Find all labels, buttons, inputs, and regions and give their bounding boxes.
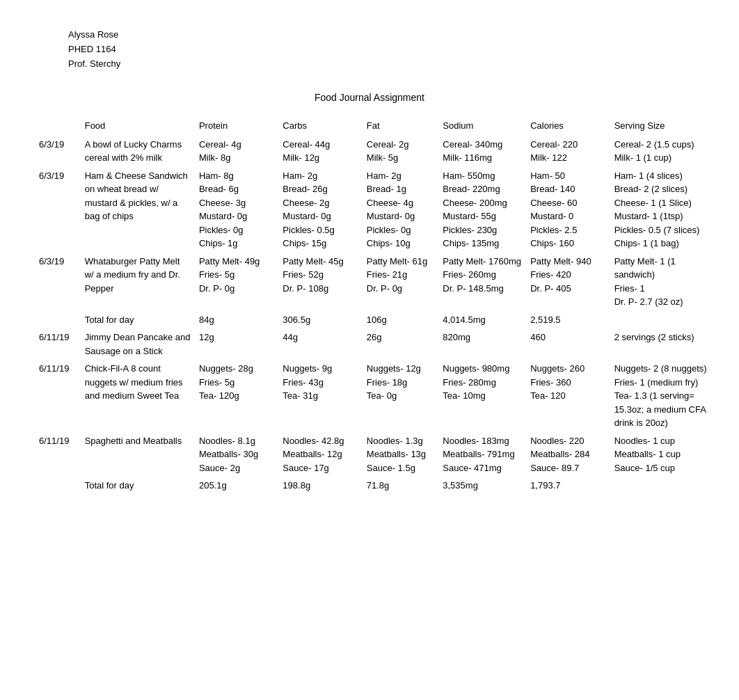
cell-protein: Nuggets- 28gFries- 5gTea- 120g (195, 360, 278, 432)
cell-food: Total for day (81, 311, 195, 329)
cell-protein: 205.1g (195, 477, 278, 495)
cell-date: 6/3/19 (35, 253, 81, 311)
cell-serving: Patty Melt- 1 (1 sandwich)Fries- 1Dr. P-… (610, 253, 717, 311)
cell-date: 6/3/19 (35, 167, 81, 253)
cell-serving (610, 311, 717, 329)
cell-serving: Noodles- 1 cupMeatballs- 1 cupSauce- 1/5… (610, 432, 717, 477)
header-block: Alyssa Rose PHED 1164 Prof. Sterchy (68, 28, 739, 71)
table-row: 6/3/19Whataburger Patty Melt w/ a medium… (35, 253, 717, 311)
cell-sodium: 3,535mg (438, 477, 526, 495)
food-journal-table: Food Protein Carbs Fat Sodium Calories S… (35, 117, 717, 495)
cell-sodium: 820mg (438, 328, 526, 360)
cell-food: A bowl of Lucky Charms cereal with 2% mi… (81, 136, 195, 167)
cell-calories: Ham- 50Bread- 140Cheese- 60Mustard- 0Pic… (526, 167, 610, 253)
cell-sodium: Patty Melt- 1760mgFries- 260mgDr. P- 148… (438, 253, 526, 311)
cell-carbs: Noodles- 42.8gMeatballs- 12gSauce- 17g (278, 432, 362, 477)
cell-date (35, 477, 81, 495)
course-number: PHED 1164 (68, 42, 739, 57)
cell-food: Whataburger Patty Melt w/ a medium fry a… (81, 253, 195, 311)
cell-carbs: Nuggets- 9gFries- 43gTea- 31g (278, 360, 362, 432)
table-row: 6/3/19Ham & Cheese Sandwich on wheat bre… (35, 167, 717, 253)
table-row: 6/11/19Chick-Fil-A 8 count nuggets w/ me… (35, 360, 717, 432)
table-row: 6/11/19Spaghetti and MeatballsNoodles- 8… (35, 432, 717, 477)
cell-carbs: 198.8g (278, 477, 362, 495)
table-row: Total for day205.1g198.8g71.8g3,535mg1,7… (35, 477, 717, 495)
cell-protein: Cereal- 4gMilk- 8g (195, 136, 278, 167)
cell-protein: Noodles- 8.1gMeatballs- 30gSauce- 2g (195, 432, 278, 477)
author-name: Alyssa Rose (68, 28, 739, 42)
cell-fat: Ham- 2gBread- 1gCheese- 4gMustard- 0gPic… (363, 167, 438, 253)
col-header-date (35, 117, 81, 136)
col-header-carbs: Carbs (278, 117, 362, 136)
cell-fat: 106g (363, 311, 438, 329)
cell-calories: Nuggets- 260Fries- 360Tea- 120 (526, 360, 610, 432)
cell-food: Jimmy Dean Pancake and Sausage on a Stic… (81, 328, 195, 360)
cell-sodium: Ham- 550mgBread- 220mgCheese- 200mgMusta… (438, 167, 526, 253)
cell-carbs: 306.5g (278, 311, 362, 329)
cell-calories: 460 (526, 328, 610, 360)
cell-serving: Nuggets- 2 (8 nuggets)Fries- 1 (medium f… (610, 360, 717, 432)
cell-calories: Cereal- 220Milk- 122 (526, 136, 610, 167)
cell-food: Chick-Fil-A 8 count nuggets w/ medium fr… (81, 360, 195, 432)
cell-fat: Cereal- 2gMilk- 5g (363, 136, 438, 167)
cell-date: 6/11/19 (35, 432, 81, 477)
cell-date: 6/11/19 (35, 328, 81, 360)
cell-sodium: Cereal- 340mgMilk- 116mg (438, 136, 526, 167)
cell-calories: 1,793.7 (526, 477, 610, 495)
cell-protein: Ham- 8gBread- 6gCheese- 3gMustard- 0gPic… (195, 167, 278, 253)
col-header-fat: Fat (363, 117, 438, 136)
col-header-protein: Protein (195, 117, 278, 136)
cell-food: Ham & Cheese Sandwich on wheat bread w/ … (81, 167, 195, 253)
cell-sodium: 4,014.5mg (438, 311, 526, 329)
cell-food: Total for day (81, 477, 195, 495)
cell-fat: Patty Melt- 61gFries- 21gDr. P- 0g (363, 253, 438, 311)
col-header-calories: Calories (526, 117, 610, 136)
cell-calories: Noodles- 220Meatballs- 284Sauce- 89.7 (526, 432, 610, 477)
cell-sodium: Nuggets- 980mgFries- 280mgTea- 10mg (438, 360, 526, 432)
table-header: Food Protein Carbs Fat Sodium Calories S… (35, 117, 717, 136)
cell-fat: Nuggets- 12gFries- 18gTea- 0g (363, 360, 438, 432)
col-header-sodium: Sodium (438, 117, 526, 136)
cell-serving (610, 477, 717, 495)
cell-protein: Patty Melt- 49gFries- 5gDr. P- 0g (195, 253, 278, 311)
cell-calories: Patty Melt- 940Fries- 420Dr. P- 405 (526, 253, 610, 311)
cell-food: Spaghetti and Meatballs (81, 432, 195, 477)
cell-carbs: 44g (278, 328, 362, 360)
table-row: 6/11/19Jimmy Dean Pancake and Sausage on… (35, 328, 717, 360)
cell-calories: 2,519.5 (526, 311, 610, 329)
col-header-food: Food (81, 117, 195, 136)
table-row: Total for day84g306.5g106g4,014.5mg2,519… (35, 311, 717, 329)
cell-sodium: Noodles- 183mgMeatballs- 791mgSauce- 471… (438, 432, 526, 477)
cell-serving: 2 servings (2 sticks) (610, 328, 717, 360)
professor-name: Prof. Sterchy (68, 57, 739, 72)
cell-protein: 12g (195, 328, 278, 360)
cell-date: 6/3/19 (35, 136, 81, 167)
cell-protein: 84g (195, 311, 278, 329)
cell-serving: Cereal- 2 (1.5 cups)Milk- 1 (1 cup) (610, 136, 717, 167)
cell-date (35, 311, 81, 329)
cell-carbs: Cereal- 44gMilk- 12g (278, 136, 362, 167)
cell-carbs: Ham- 2gBread- 26gCheese- 2gMustard- 0gPi… (278, 167, 362, 253)
cell-date: 6/11/19 (35, 360, 81, 432)
cell-serving: Ham- 1 (4 slices)Bread- 2 (2 slices)Chee… (610, 167, 717, 253)
cell-fat: 26g (363, 328, 438, 360)
col-header-serving: Serving Size (610, 117, 717, 136)
cell-fat: 71.8g (363, 477, 438, 495)
table-row: 6/3/19A bowl of Lucky Charms cereal with… (35, 136, 717, 167)
cell-fat: Noodles- 1.3gMeatballs- 13gSauce- 1.5g (363, 432, 438, 477)
page-title: Food Journal Assignment (0, 92, 739, 103)
cell-carbs: Patty Melt- 45gFries- 52gDr. P- 108g (278, 253, 362, 311)
